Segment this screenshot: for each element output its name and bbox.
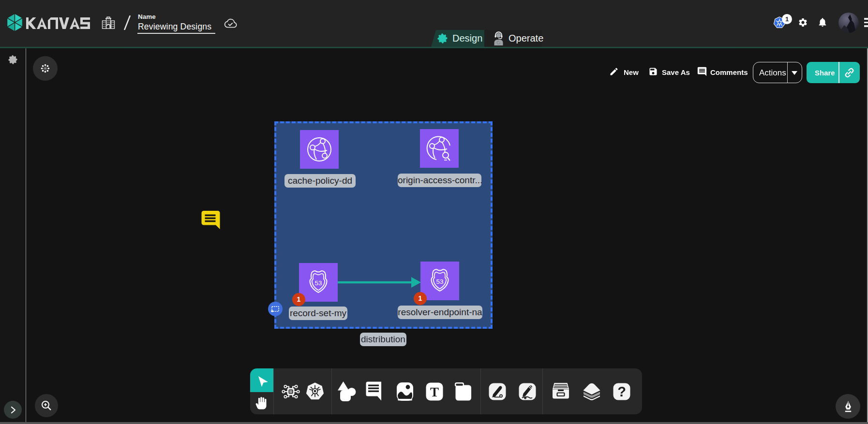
svg-text:53: 53 xyxy=(314,279,322,287)
svg-text:T: T xyxy=(430,384,439,399)
svg-text:?: ? xyxy=(617,384,626,399)
